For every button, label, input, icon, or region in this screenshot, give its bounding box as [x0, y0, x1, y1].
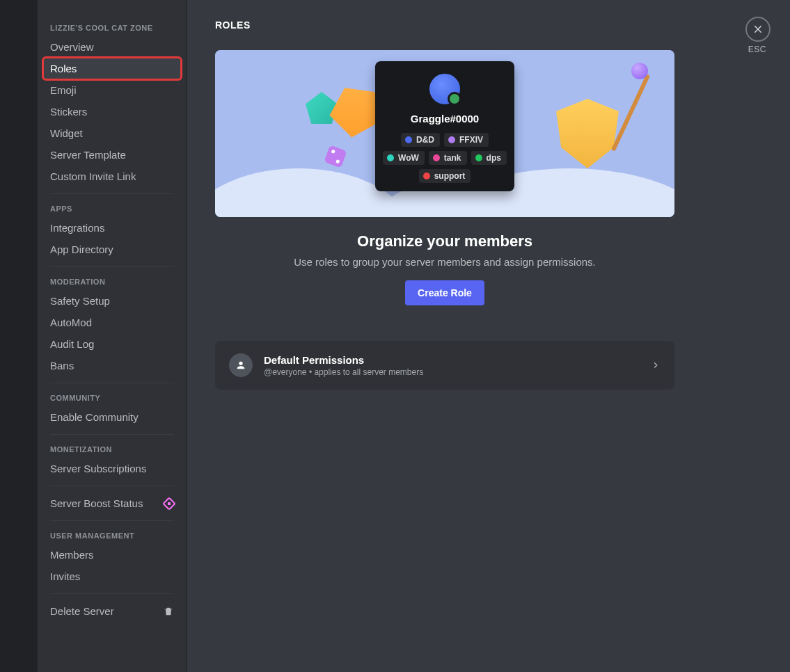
role-chip: tank	[429, 151, 467, 165]
avatar	[427, 71, 463, 107]
trash-icon	[163, 606, 174, 617]
sidebar-heading-community: COMMUNITY	[43, 390, 181, 406]
sidebar-item-invites[interactable]: Invites	[43, 566, 181, 587]
sidebar-item-server-boost-status[interactable]: Server Boost Status	[43, 493, 181, 514]
example-profile-card: Graggle#0000 D&D FFXIV WoW tank dps supp…	[375, 61, 514, 191]
sidebar-item-custom-invite-link[interactable]: Custom Invite Link	[43, 166, 181, 187]
sidebar-item-bans[interactable]: Bans	[43, 355, 181, 376]
sidebar-divider	[50, 486, 174, 486]
sidebar-divider	[50, 434, 174, 435]
sidebar-item-widget[interactable]: Widget	[43, 122, 181, 144]
close-settings-button[interactable]	[745, 17, 771, 42]
create-role-button[interactable]: Create Role	[405, 280, 484, 305]
boost-gem-icon	[162, 497, 176, 511]
role-dot-icon	[387, 154, 394, 161]
sidebar-divider	[50, 266, 174, 267]
sidebar-item-safety-setup[interactable]: Safety Setup	[43, 290, 181, 312]
intro-body: Use roles to group your server members a…	[215, 256, 674, 268]
chevron-right-icon	[651, 360, 661, 370]
section-divider	[215, 325, 674, 326]
page-title: ROLES	[215, 19, 762, 31]
sidebar-item-integrations[interactable]: Integrations	[43, 217, 181, 239]
role-chip: D&D	[401, 133, 440, 147]
sidebar-item-stickers[interactable]: Stickers	[43, 101, 181, 122]
members-icon	[229, 353, 253, 377]
sidebar-item-audit-log[interactable]: Audit Log	[43, 333, 181, 355]
role-chip: FFXIV	[444, 133, 489, 147]
sidebar-item-roles[interactable]: Roles	[43, 58, 181, 79]
default-permissions-subtitle: @everyone • applies to all server member…	[264, 367, 640, 377]
profile-username: Graggle#0000	[382, 113, 507, 125]
sidebar-heading-monetization: MONETIZATION	[43, 441, 181, 458]
server-settings-sidebar: LIZZIE'S COOL CAT ZONE Overview Roles Em…	[38, 0, 187, 672]
esc-label: ESC	[748, 45, 766, 54]
role-chip: support	[419, 169, 471, 183]
sidebar-heading-moderation: MODERATION	[43, 273, 181, 290]
sidebar-item-server-subscriptions[interactable]: Server Subscriptions	[43, 458, 181, 479]
sidebar-item-emoji[interactable]: Emoji	[43, 79, 181, 101]
sidebar-divider	[50, 520, 174, 521]
app-left-gutter	[0, 0, 38, 672]
role-chip: WoW	[383, 151, 425, 165]
role-chip: dps	[471, 151, 507, 165]
role-dot-icon	[423, 173, 430, 179]
sidebar-item-enable-community[interactable]: Enable Community	[43, 406, 181, 428]
sidebar-item-automod[interactable]: AutoMod	[43, 312, 181, 333]
role-dot-icon	[475, 154, 482, 161]
sidebar-heading-user-management: USER MANAGEMENT	[43, 527, 181, 544]
sidebar-item-overview[interactable]: Overview	[43, 36, 181, 58]
role-dot-icon	[433, 154, 440, 161]
role-dot-icon	[405, 136, 412, 143]
sidebar-item-members[interactable]: Members	[43, 544, 181, 566]
close-icon	[752, 24, 764, 35]
sidebar-divider	[50, 193, 174, 194]
sidebar-divider	[50, 593, 174, 594]
role-dot-icon	[448, 136, 455, 143]
roles-hero-illustration: Graggle#0000 D&D FFXIV WoW tank dps supp…	[215, 50, 674, 217]
default-permissions-title: Default Permissions	[264, 354, 640, 366]
intro-heading: Organize your members	[215, 232, 674, 250]
sidebar-item-delete-server[interactable]: Delete Server	[43, 600, 181, 622]
roles-intro: Organize your members Use roles to group…	[215, 232, 674, 305]
roles-settings-panel: ROLES ESC Graggle#0000 D&D FFXIV WoW tan…	[187, 0, 790, 672]
profile-role-chips: D&D FFXIV WoW tank dps support	[382, 133, 507, 183]
default-permissions-row[interactable]: Default Permissions @everyone • applies …	[215, 341, 674, 390]
sidebar-item-server-template[interactable]: Server Template	[43, 144, 181, 166]
orb-icon	[631, 63, 648, 79]
sidebar-item-app-directory[interactable]: App Directory	[43, 239, 181, 260]
sidebar-server-name: LIZZIE'S COOL CAT ZONE	[43, 19, 181, 36]
sidebar-divider	[50, 383, 174, 383]
sidebar-heading-apps: APPS	[43, 200, 181, 217]
